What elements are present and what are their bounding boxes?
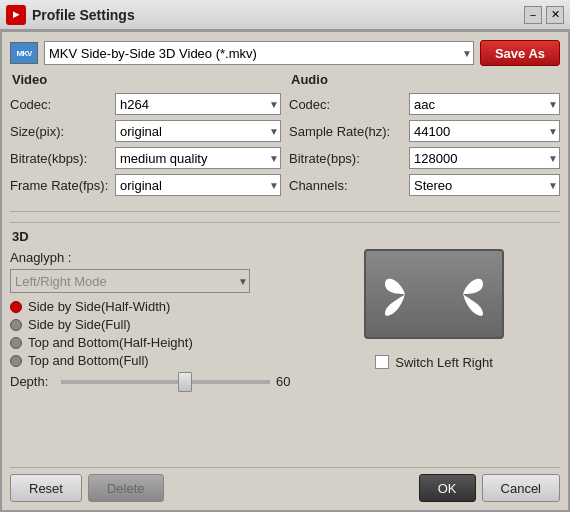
close-button[interactable]: ✕: [546, 6, 564, 24]
switch-left-right-checkbox[interactable]: [375, 355, 389, 369]
video-bitrate-row: Bitrate(kbps): medium qualityhigh qualit…: [10, 147, 281, 169]
title-bar: ▶ Profile Settings − ✕: [0, 0, 570, 30]
video-bitrate-select[interactable]: medium qualityhigh qualitylow quality: [115, 147, 281, 169]
video-codec-select-wrapper: h264h265mpeg4 ▼: [115, 93, 281, 115]
audio-codec-select[interactable]: aacmp3ac3: [409, 93, 560, 115]
anaglyph-label: Anaglyph :: [10, 250, 300, 265]
audio-bitrate-row: Bitrate(bps): 12800025600064000 ▼: [289, 147, 560, 169]
list-item[interactable]: Side by Side(Half-Width): [10, 299, 300, 314]
app-icon-text: ▶: [13, 10, 19, 19]
profile-select-wrapper: MKV Side-by-Side 3D Video (*.mkv) ▼: [44, 41, 474, 65]
dialog-body: MKV MKV Side-by-Side 3D Video (*.mkv) ▼ …: [0, 30, 570, 512]
bottom-left-buttons: Reset Delete: [10, 474, 164, 502]
depth-row: Depth: 60: [10, 374, 300, 389]
audio-channels-select[interactable]: StereoMono5.1: [409, 174, 560, 196]
radio-label-top-bottom-half: Top and Bottom(Half-Height): [28, 335, 193, 350]
radio-label-top-bottom-full: Top and Bottom(Full): [28, 353, 149, 368]
radio-dot-active: [10, 301, 22, 313]
video-codec-row: Codec: h264h265mpeg4 ▼: [10, 93, 281, 115]
audio-samplerate-label: Sample Rate(hz):: [289, 124, 409, 139]
switch-left-right-label: Switch Left Right: [395, 355, 493, 370]
video-framerate-row: Frame Rate(fps): original243060 ▼: [10, 174, 281, 196]
radio-dot-inactive-2: [10, 337, 22, 349]
audio-bitrate-label: Bitrate(bps):: [289, 151, 409, 166]
anaglyph-select[interactable]: Left/Right Mode: [10, 269, 250, 293]
audio-channels-label: Channels:: [289, 178, 409, 193]
video-section-title: Video: [10, 72, 281, 87]
audio-bitrate-select-wrapper: 12800025600064000 ▼: [409, 147, 560, 169]
section-divider: [10, 211, 560, 212]
video-size-label: Size(pix):: [10, 124, 115, 139]
radio-label-side-by-side-half: Side by Side(Half-Width): [28, 299, 170, 314]
audio-channels-row: Channels: StereoMono5.1 ▼: [289, 174, 560, 196]
3d-right-panel: Switch Left Right: [308, 229, 560, 389]
list-item[interactable]: Top and Bottom(Half-Height): [10, 335, 300, 350]
video-section: Video Codec: h264h265mpeg4 ▼ Size(pix): …: [10, 72, 281, 201]
audio-codec-row: Codec: aacmp3ac3 ▼: [289, 93, 560, 115]
depth-label: Depth:: [10, 374, 55, 389]
3d-preview-box: [364, 249, 504, 339]
video-codec-label: Codec:: [10, 97, 115, 112]
3d-section-title: 3D: [10, 229, 300, 244]
audio-bitrate-select[interactable]: 12800025600064000: [409, 147, 560, 169]
audio-section-title: Audio: [289, 72, 560, 87]
app-icon: ▶: [6, 5, 26, 25]
video-audio-section: Video Codec: h264h265mpeg4 ▼ Size(pix): …: [10, 72, 560, 201]
list-item[interactable]: Top and Bottom(Full): [10, 353, 300, 368]
radio-label-side-by-side-full: Side by Side(Full): [28, 317, 131, 332]
audio-codec-label: Codec:: [289, 97, 409, 112]
video-bitrate-label: Bitrate(kbps):: [10, 151, 115, 166]
anaglyph-select-wrapper: Left/Right Mode ▼: [10, 269, 250, 293]
video-framerate-select-wrapper: original243060 ▼: [115, 174, 281, 196]
3d-section: 3D Anaglyph : Left/Right Mode ▼ Side by …: [10, 222, 560, 389]
audio-samplerate-row: Sample Rate(hz): 441004800022050 ▼: [289, 120, 560, 142]
video-codec-select[interactable]: h264h265mpeg4: [115, 93, 281, 115]
window-controls: − ✕: [524, 6, 564, 24]
bottom-right-buttons: OK Cancel: [419, 474, 560, 502]
reset-button[interactable]: Reset: [10, 474, 82, 502]
title-bar-title: Profile Settings: [32, 7, 524, 23]
cancel-button[interactable]: Cancel: [482, 474, 560, 502]
depth-slider[interactable]: [61, 380, 270, 384]
3d-mode-list: Side by Side(Half-Width) Side by Side(Fu…: [10, 299, 300, 368]
3d-left-panel: 3D Anaglyph : Left/Right Mode ▼ Side by …: [10, 229, 300, 389]
switch-left-right-row: Switch Left Right: [375, 355, 493, 370]
video-size-row: Size(pix): original1920x10801280x720 ▼: [10, 120, 281, 142]
butterfly-left-icon: [380, 269, 430, 319]
profile-row: MKV MKV Side-by-Side 3D Video (*.mkv) ▼ …: [10, 40, 560, 66]
profile-format-icon: MKV: [10, 42, 38, 64]
ok-button[interactable]: OK: [419, 474, 476, 502]
profile-select[interactable]: MKV Side-by-Side 3D Video (*.mkv): [44, 41, 474, 65]
minimize-button[interactable]: −: [524, 6, 542, 24]
radio-dot-inactive: [10, 319, 22, 331]
video-bitrate-select-wrapper: medium qualityhigh qualitylow quality ▼: [115, 147, 281, 169]
bottom-bar: Reset Delete OK Cancel: [10, 467, 560, 502]
video-framerate-label: Frame Rate(fps):: [10, 178, 115, 193]
depth-value: 60: [276, 374, 300, 389]
radio-dot-inactive-3: [10, 355, 22, 367]
video-size-select-wrapper: original1920x10801280x720 ▼: [115, 120, 281, 142]
list-item[interactable]: Side by Side(Full): [10, 317, 300, 332]
butterfly-right-icon: [438, 269, 488, 319]
video-size-select[interactable]: original1920x10801280x720: [115, 120, 281, 142]
audio-codec-select-wrapper: aacmp3ac3 ▼: [409, 93, 560, 115]
audio-channels-select-wrapper: StereoMono5.1 ▼: [409, 174, 560, 196]
delete-button[interactable]: Delete: [88, 474, 164, 502]
save-as-button[interactable]: Save As: [480, 40, 560, 66]
audio-samplerate-select-wrapper: 441004800022050 ▼: [409, 120, 560, 142]
audio-samplerate-select[interactable]: 441004800022050: [409, 120, 560, 142]
audio-section: Audio Codec: aacmp3ac3 ▼ Sample Rate(hz)…: [289, 72, 560, 201]
video-framerate-select[interactable]: original243060: [115, 174, 281, 196]
